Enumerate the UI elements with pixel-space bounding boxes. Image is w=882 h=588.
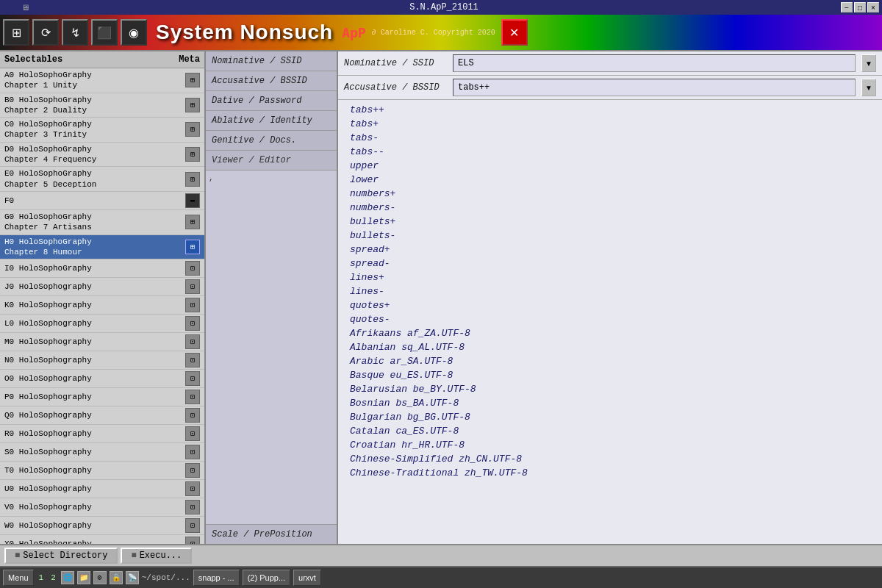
taskbar-icon-1[interactable]: 🌐 — [61, 571, 74, 584]
list-item-icon: ⊞ — [185, 122, 200, 137]
select-dir-prefix-icon: ■ — [15, 551, 20, 561]
list-item[interactable]: W0 HoloSophography⊡ — [0, 517, 204, 535]
nominative-dropdown-btn[interactable]: ▼ — [861, 54, 876, 72]
list-item[interactable]: E0 HoloSophoGraphy Chapter 5 Deception⊞ — [0, 167, 204, 192]
list-item-icon: ⊞ — [185, 215, 200, 229]
execute-label: Execu... — [140, 551, 182, 561]
option-item[interactable]: spread+ — [338, 243, 882, 257]
taskbar-num1[interactable]: 1 — [37, 573, 46, 582]
option-item[interactable]: Basque eu_ES.UTF-8 — [338, 368, 882, 382]
select-directory-button[interactable]: ■ Select Directory — [4, 548, 118, 564]
taskbar-icon-2[interactable]: 📁 — [77, 571, 90, 584]
list-item[interactable]: U0 HoloSophography⊡ — [0, 480, 204, 498]
genitive-label: Genitive / Docs. — [206, 131, 337, 151]
list-item[interactable]: S0 HoloSophography⊡ — [0, 443, 204, 462]
list-item-text: J0 HoloSophography — [4, 282, 92, 292]
window-controls[interactable]: − □ × — [841, 2, 879, 12]
list-item-icon: ⊡ — [185, 500, 200, 514]
taskbar-icon-3[interactable]: ⚙ — [93, 571, 107, 584]
list-item[interactable]: R0 HoloSophography⊡ — [0, 425, 204, 443]
list-item[interactable]: P0 HoloSophography⊡ — [0, 388, 204, 406]
taskbar-pupp-btn[interactable]: (2) Pupp... — [243, 570, 290, 586]
toolbar-btn-3[interactable]: ↯ — [62, 19, 88, 46]
taskbar-snapp-btn[interactable]: snapp - ... — [193, 570, 240, 586]
option-item[interactable]: Catalan ca_ES.UTF-8 — [338, 424, 882, 438]
list-item-icon: ⊞ — [185, 98, 200, 112]
option-item[interactable]: lower — [338, 173, 882, 187]
list-item-icon: ⊡ — [185, 316, 200, 331]
list-item[interactable]: C0 HoloSophoGraphy Chapter 3 Trinity⊞ — [0, 118, 204, 143]
nominative-input[interactable] — [453, 54, 856, 72]
left-panel-header: Selectables Meta — [0, 51, 204, 68]
accusative-input[interactable] — [453, 79, 856, 96]
option-item[interactable]: tabs- — [338, 131, 882, 145]
nominative-row: Nominative / SSID ▼ — [338, 51, 882, 76]
list-item-icon: ⊞ — [185, 73, 200, 87]
option-item[interactable]: Chinese-Simplified zh_CN.UTF-8 — [338, 452, 882, 466]
option-item[interactable]: bullets- — [338, 229, 882, 243]
option-item[interactable]: numbers+ — [338, 187, 882, 201]
execute-button[interactable]: ■ Execu... — [121, 548, 192, 564]
taskbar-urxvt-btn[interactable]: urxvt — [293, 570, 321, 586]
minimize-button[interactable]: − — [841, 2, 853, 12]
option-item[interactable]: lines+ — [338, 270, 882, 284]
option-item[interactable]: spread- — [338, 257, 882, 270]
list-item[interactable]: O0 HoloSophography⊡ — [0, 370, 204, 388]
list-item-icon: ▬ — [185, 193, 200, 208]
list-item[interactable]: H0 HoloSophoGraphy Chapter 8 Humour⊞ — [0, 235, 204, 260]
list-item-text: O0 HoloSophography — [4, 373, 92, 384]
list-item[interactable]: A0 HoloSophoGraphy Chapter 1 Unity⊞ — [0, 68, 204, 93]
toolbar-btn-4[interactable]: ⬛ — [91, 19, 118, 46]
toolbar-btn-1[interactable]: ⊞ — [3, 19, 29, 46]
option-item[interactable]: Chinese-Traditional zh_TW.UTF-8 — [338, 466, 882, 480]
list-item[interactable]: N0 HoloSophography⊡ — [0, 351, 204, 370]
list-item[interactable]: M0 HoloSophography⊡ — [0, 333, 204, 351]
list-item[interactable]: B0 HoloSophoGraphy Chapter 2 Duality⊞ — [0, 93, 204, 118]
list-item[interactable]: L0 HoloSophography⊡ — [0, 315, 204, 333]
list-item-text: V0 HoloSophography — [4, 502, 92, 512]
list-item[interactable]: D0 HoloSophoGraphy Chapter 4 Frequency⊞ — [0, 143, 204, 168]
option-item[interactable]: bullets+ — [338, 215, 882, 229]
list-item[interactable]: K0 HoloSophography⊡ — [0, 296, 204, 315]
option-item[interactable]: Albanian sq_AL.UTF-8 — [338, 340, 882, 354]
list-item[interactable]: V0 HoloSophography⊡ — [0, 498, 204, 517]
option-item[interactable]: Arabic ar_SA.UTF-8 — [338, 354, 882, 368]
option-item[interactable]: quotes- — [338, 312, 882, 326]
close-button[interactable]: × — [867, 2, 879, 12]
option-item[interactable]: Bulgarian bg_BG.UTF-8 — [338, 410, 882, 424]
toolbar-red-btn[interactable]: ✕ — [501, 19, 528, 46]
accusative-dropdown-btn[interactable]: ▼ — [861, 79, 876, 96]
taskbar-icon-4[interactable]: 🔒 — [110, 571, 123, 584]
toolbar-btn-2[interactable]: ⟳ — [32, 19, 59, 46]
list-item[interactable]: X0 HoloSophography⊡ — [0, 535, 204, 544]
taskbar-num2[interactable]: 2 — [49, 573, 58, 582]
list-item-text: Q0 HoloSophography — [4, 410, 92, 420]
nominative-row-label: Nominative / SSID — [344, 58, 447, 68]
option-item[interactable]: tabs+ — [338, 117, 882, 131]
maximize-button[interactable]: □ — [854, 2, 866, 12]
option-item[interactable]: quotes+ — [338, 298, 882, 312]
left-panel: Selectables Meta A0 HoloSophoGraphy Chap… — [0, 51, 206, 544]
option-item[interactable]: Croatian hr_HR.UTF-8 — [338, 438, 882, 452]
list-item[interactable]: T0 HoloSophography⊡ — [0, 462, 204, 480]
option-item[interactable]: numbers- — [338, 201, 882, 215]
option-item[interactable]: lines- — [338, 284, 882, 298]
list-item-text: B0 HoloSophoGraphy Chapter 2 Duality — [4, 95, 92, 116]
taskbar-menu-btn[interactable]: Menu — [3, 570, 34, 586]
list-item[interactable]: J0 HoloSophography⊡ — [0, 278, 204, 296]
toolbar-btn-5[interactable]: ◉ — [121, 19, 147, 46]
option-item[interactable]: Afrikaans af_ZA.UTF-8 — [338, 326, 882, 340]
toolbar: ⊞ ⟳ ↯ ⬛ ◉ System Nonsuch ApP ∂ Caroline … — [0, 15, 882, 51]
option-item[interactable]: tabs++ — [338, 103, 882, 117]
list-item[interactable]: F0▬ — [0, 192, 204, 210]
list-item[interactable]: G0 HoloSophoGraphy Chapter 7 Artisans⊞ — [0, 210, 204, 235]
list-item-icon: ⊞ — [185, 147, 200, 162]
list-item[interactable]: Q0 HoloSophography⊡ — [0, 406, 204, 425]
option-item[interactable]: tabs-- — [338, 145, 882, 159]
list-item[interactable]: I0 HoloSophoGraphy⊡ — [0, 259, 204, 278]
option-item[interactable]: Belarusian be_BY.UTF-8 — [338, 382, 882, 396]
viewer-text: , — [209, 173, 214, 182]
option-item[interactable]: Bosnian bs_BA.UTF-8 — [338, 396, 882, 410]
taskbar-icon-5[interactable]: 📡 — [126, 571, 139, 584]
option-item[interactable]: upper — [338, 159, 882, 173]
